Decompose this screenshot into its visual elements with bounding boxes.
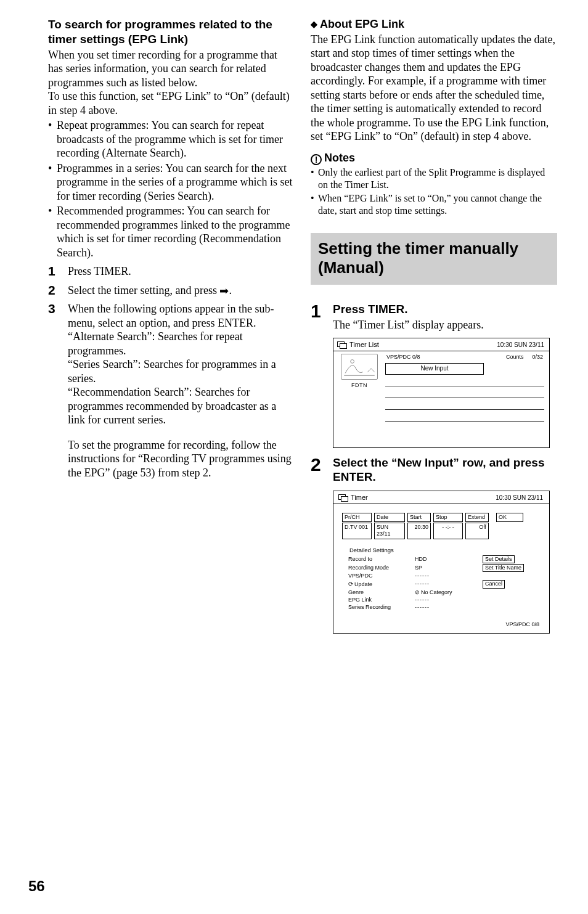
timer-list-icon — [337, 341, 347, 349]
timer-title: Timer — [351, 494, 368, 502]
update-label: Update — [348, 581, 415, 589]
recording-mode-value: SP — [415, 565, 483, 571]
section-title-box: Setting the timer manually (Manual) — [311, 233, 557, 285]
left-step-3: 3 When the following options appear in t… — [48, 301, 295, 479]
epg-link-value: ------ — [415, 597, 483, 603]
timer-clock: 10:30 SUN 23/11 — [496, 494, 543, 502]
counts-value: 0/32 — [532, 354, 543, 361]
right-arrow-icon: ➡ — [219, 285, 229, 296]
list-row — [385, 386, 544, 386]
timer-list-thumbnail — [341, 354, 378, 380]
right-step-1-body: Press TIMER. The “Timer List” display ap… — [333, 301, 557, 332]
stop-value[interactable]: - -:- - — [433, 523, 463, 539]
left-step-1: 1 Press TIMER. — [48, 263, 295, 279]
record-to-label: Record to — [348, 556, 415, 563]
fdtn-label: FDTN — [351, 382, 367, 389]
ok-button[interactable]: OK — [496, 513, 523, 522]
left-bullet-2: Programmes in a series: You can search f… — [48, 161, 295, 203]
vps-pdc-label: VPS/PDC 0/8 — [386, 354, 420, 361]
update-value: ------ — [415, 581, 483, 587]
left-intro: When you set timer recording for a progr… — [48, 48, 295, 118]
left-bullet-1: Repeat programmes: You can search for re… — [48, 118, 295, 160]
start-header: Start — [407, 513, 431, 522]
right-step-2-body: Select the “New Input” row, and press EN… — [333, 454, 557, 485]
extend-header: Extend — [465, 513, 489, 522]
big-step-number-2: 2 — [311, 454, 333, 475]
step-number-2: 2 — [48, 282, 68, 297]
stop-header: Stop — [433, 513, 463, 522]
right-step-2: 2 Select the “New Input” row, and press … — [311, 454, 557, 485]
date-header: Date — [374, 513, 405, 522]
timer-icon — [338, 494, 348, 502]
step-2-body: Select the timer setting, and press ➡. — [68, 282, 295, 298]
big-step-number-1: 1 — [311, 301, 333, 321]
step-number-1: 1 — [48, 263, 68, 278]
note-2: When “EPG Link” is set to “On,” you cann… — [311, 192, 557, 217]
counts-label: Counts — [506, 354, 524, 361]
start-value[interactable]: 20:30 — [407, 523, 431, 539]
right-step-1: 1 Press TIMER. The “Timer List” display … — [311, 301, 557, 332]
series-recording-label: Series Recording — [348, 604, 415, 611]
timer-detail-screenshot: Timer 10:30 SUN 23/11 Pr/CH Date Start S… — [333, 491, 550, 634]
svg-rect-0 — [342, 355, 376, 378]
notes-icon: ! — [311, 154, 322, 165]
epg-link-label: EPG Link — [348, 597, 415, 603]
timer-list-clock: 10:30 SUN 23/11 — [497, 341, 544, 349]
new-input-row[interactable]: New Input — [385, 363, 484, 375]
left-heading: To search for programmes related to the … — [48, 17, 295, 47]
genre-label: Genre — [348, 589, 415, 596]
list-row — [385, 421, 544, 422]
step-3-body: When the following options appear in the… — [68, 301, 295, 479]
about-epg-link-heading: ◆About EPG Link — [311, 17, 557, 31]
extend-value[interactable]: Off — [465, 523, 489, 539]
step-1-body: Press TIMER. — [68, 263, 295, 279]
series-recording-value: ------ — [415, 604, 483, 611]
list-row — [385, 409, 544, 410]
left-bullet-list: Repeat programmes: You can search for re… — [48, 118, 295, 259]
timer-list-screenshot: Timer List 10:30 SUN 23/11 — [333, 338, 550, 448]
date-value[interactable]: SUN 23/11 — [374, 523, 405, 539]
step-number-3: 3 — [48, 301, 68, 316]
set-details-button[interactable]: Set Details — [483, 555, 515, 563]
left-bullet-3: Recommended programmes: You can search f… — [48, 204, 295, 259]
left-step-2: 2 Select the timer setting, and press ➡. — [48, 282, 295, 298]
notes-heading: !Notes — [311, 151, 557, 165]
set-title-name-button[interactable]: Set Title Name — [483, 564, 524, 572]
list-row — [385, 398, 544, 398]
diamond-icon: ◆ — [311, 19, 317, 29]
timer-list-title: Timer List — [349, 341, 379, 349]
detailed-settings-label: Detailed Settings — [349, 547, 541, 554]
cancel-button[interactable]: Cancel — [483, 580, 505, 588]
vps-pdc-value: ------ — [415, 573, 483, 579]
genre-value: No Category — [415, 589, 483, 596]
page-number: 56 — [28, 877, 45, 896]
vps-pdc-label: VPS/PDC — [348, 573, 415, 579]
prch-value[interactable]: D.TV 001 — [342, 523, 372, 539]
notes-list: Only the earliest part of the Split Prog… — [311, 166, 557, 217]
about-epg-link-body: The EPG Link function automatically upda… — [311, 33, 557, 144]
record-to-value: HDD — [415, 556, 483, 563]
note-1: Only the earliest part of the Split Prog… — [311, 166, 557, 191]
prch-header: Pr/CH — [342, 513, 372, 522]
vps-pdc-footer: VPS/PDC 0/8 — [505, 621, 539, 628]
recording-mode-label: Recording Mode — [348, 565, 415, 571]
